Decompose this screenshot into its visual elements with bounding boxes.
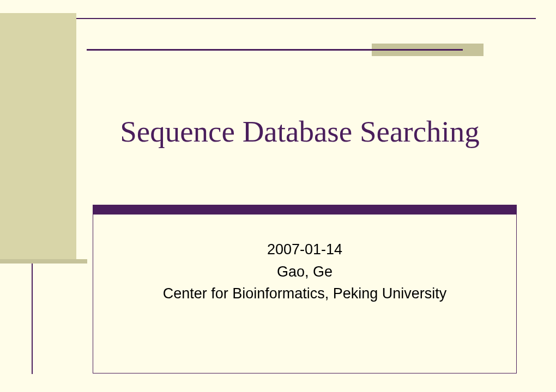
info-date: 2007-01-14 xyxy=(93,238,516,261)
info-box-body: 2007-01-14 Gao, Ge Center for Bioinforma… xyxy=(93,215,517,373)
top-horizontal-rule xyxy=(87,49,463,51)
sidebar-underline-accent xyxy=(0,259,87,264)
slide-title: Sequence Database Searching xyxy=(76,114,523,149)
sidebar-accent-block xyxy=(0,13,76,260)
info-author: Gao, Ge xyxy=(93,261,516,283)
info-box-topbar xyxy=(93,205,517,215)
info-affiliation: Center for Bioinformatics, Peking Univer… xyxy=(93,283,516,305)
info-box: 2007-01-14 Gao, Ge Center for Bioinforma… xyxy=(93,205,517,373)
